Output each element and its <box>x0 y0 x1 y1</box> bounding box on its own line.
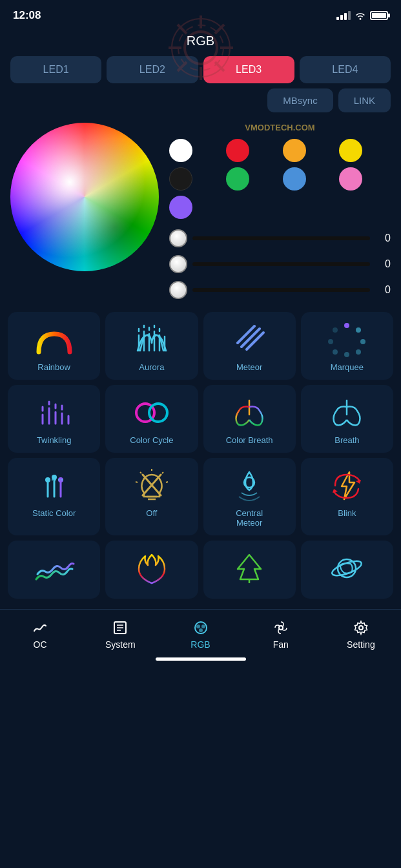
meteor-label: Meteor <box>236 362 262 372</box>
off-icon <box>131 468 172 503</box>
swatch-yellow[interactable] <box>339 139 362 162</box>
nav-system-icon <box>110 617 130 638</box>
nav-setting-icon <box>351 617 371 638</box>
slider-g-track[interactable] <box>192 262 370 266</box>
watermark: VMODTECH.COM <box>169 123 391 132</box>
color-wheel-container[interactable] <box>10 123 159 271</box>
swatch-red[interactable] <box>226 139 249 162</box>
slider-r-track[interactable] <box>192 236 370 240</box>
meteor-icon <box>229 322 270 357</box>
svg-point-72 <box>196 625 200 628</box>
color-wheel[interactable] <box>10 123 159 271</box>
nav-rgb[interactable]: RGB <box>160 617 240 650</box>
svg-point-49 <box>52 475 57 480</box>
svg-line-57 <box>162 472 163 473</box>
slider-r-value: 0 <box>375 232 391 244</box>
aurora-icon <box>131 322 172 357</box>
svg-line-24 <box>247 333 263 349</box>
rainbow-label: Rainbow <box>37 362 70 372</box>
svg-point-32 <box>328 339 333 344</box>
svg-point-76 <box>359 626 363 630</box>
effect-oc[interactable] <box>8 541 100 599</box>
effect-system[interactable] <box>105 541 198 599</box>
system-icon <box>131 551 172 586</box>
slider-b-knob[interactable] <box>169 281 187 299</box>
header: RGB <box>0 28 401 51</box>
svg-point-26 <box>344 323 349 328</box>
effect-meteor[interactable]: Meteor <box>203 312 296 380</box>
link-button[interactable]: LINK <box>338 88 391 112</box>
nav-rgb-label: RGB <box>190 639 210 650</box>
twinkling-label: Twinkling <box>37 435 71 445</box>
svg-point-30 <box>344 352 349 357</box>
effect-color-breath[interactable]: Color Breath <box>203 385 296 453</box>
nav-fan-label: Fan <box>273 639 289 650</box>
slider-g-knob[interactable] <box>169 255 187 273</box>
effects-grid: Rainbow <box>8 312 393 599</box>
svg-point-73 <box>201 625 205 628</box>
slider-b-value: 0 <box>375 284 391 296</box>
effect-aurora[interactable]: Aurora <box>105 312 198 380</box>
slider-g-value: 0 <box>375 258 391 270</box>
swatch-orange[interactable] <box>283 139 306 162</box>
effect-fan[interactable] <box>301 541 393 599</box>
nav-setting-label: Setting <box>347 639 375 650</box>
static-color-icon <box>34 468 75 503</box>
nav-fan-icon <box>271 617 291 638</box>
swatch-pink[interactable] <box>339 167 362 191</box>
nav-setting[interactable]: Setting <box>321 617 401 650</box>
effect-twinkling[interactable]: Twinkling <box>8 385 100 453</box>
slider-b-row: 0 <box>169 281 391 299</box>
effect-off[interactable]: Off <box>105 458 198 535</box>
swatch-blue[interactable] <box>283 167 306 191</box>
sync-row: MBsync LINK <box>0 88 401 118</box>
home-indicator <box>156 657 246 661</box>
nav-system[interactable]: System <box>80 617 160 650</box>
blink-label: Blink <box>338 508 356 518</box>
svg-point-31 <box>333 349 338 355</box>
effect-rainbow[interactable]: Rainbow <box>8 312 100 380</box>
marquee-icon <box>326 322 367 357</box>
mbsync-button[interactable]: MBsync <box>267 88 333 112</box>
color-breath-label: Color Breath <box>226 435 273 445</box>
led1-tab[interactable]: LED1 <box>10 56 101 83</box>
swatch-black[interactable] <box>169 167 192 191</box>
effect-static-color[interactable]: Static Color <box>8 458 100 535</box>
effect-breath[interactable]: Breath <box>301 385 393 453</box>
swatch-white[interactable] <box>169 139 192 162</box>
swatch-purple[interactable] <box>169 196 192 219</box>
effect-color-cycle[interactable]: Color Cycle <box>105 385 198 453</box>
status-icons <box>336 11 388 20</box>
svg-line-23 <box>238 326 254 343</box>
color-cycle-label: Color Cycle <box>130 435 173 445</box>
aurora-label: Aurora <box>139 362 164 372</box>
swatch-green[interactable] <box>226 167 249 191</box>
color-controls: VMODTECH.COM 0 0 0 <box>169 123 391 302</box>
effect-central-meteor[interactable]: Central Meteor <box>203 458 296 535</box>
slider-b-track[interactable] <box>192 288 370 292</box>
header-title: RGB <box>187 34 214 48</box>
effect-marquee[interactable]: Marquee <box>301 312 393 380</box>
svg-line-59 <box>140 472 141 473</box>
marquee-label: Marquee <box>331 362 364 372</box>
blink-icon <box>326 468 367 503</box>
nav-oc[interactable]: OC <box>0 617 80 650</box>
central-meteor-label: Central Meteor <box>236 508 263 528</box>
effect-rgb[interactable] <box>203 541 296 599</box>
twinkling-icon <box>34 395 75 430</box>
effects-section: Rainbow <box>0 307 401 604</box>
wifi-icon <box>355 11 366 20</box>
nav-oc-label: OC <box>34 639 47 650</box>
off-label: Off <box>146 508 157 518</box>
svg-point-44 <box>149 404 167 422</box>
effect-blink[interactable]: Blink <box>301 458 393 535</box>
central-meteor-icon <box>229 468 270 503</box>
static-color-label: Static Color <box>32 508 76 518</box>
led4-tab[interactable]: LED4 <box>300 56 391 83</box>
color-breath-icon <box>229 395 270 430</box>
slider-r-knob[interactable] <box>169 229 187 247</box>
svg-point-74 <box>199 628 203 632</box>
nav-fan[interactable]: Fan <box>241 617 321 650</box>
slider-g-row: 0 <box>169 255 391 273</box>
gear-watermark <box>162 9 240 87</box>
